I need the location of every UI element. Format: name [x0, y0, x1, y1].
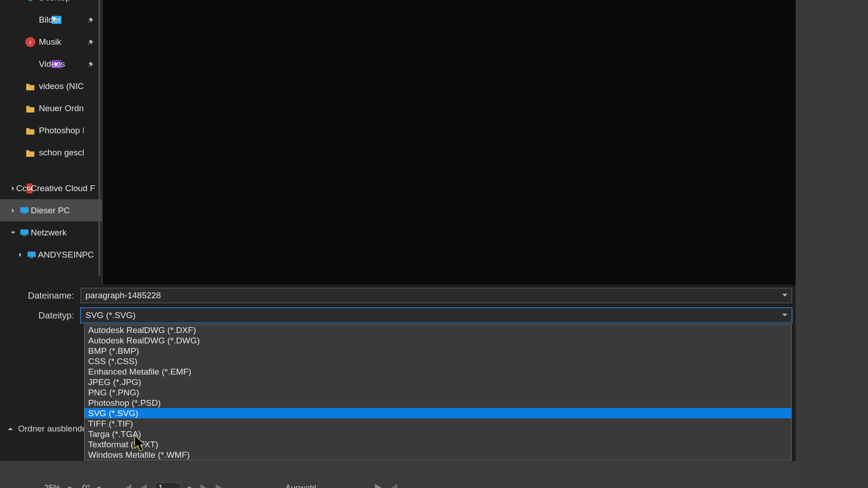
filename-input[interactable]: paragraph-1485228	[80, 288, 792, 303]
pin-icon[interactable]	[86, 61, 94, 68]
sidebar-item[interactable]: Bilder	[0, 9, 102, 31]
sidebar-item[interactable]: ♪Musik	[0, 31, 102, 53]
filetype-option[interactable]: Autodesk RealDWG (*.DWG)	[85, 335, 791, 346]
chevron-down-icon[interactable]	[8, 230, 18, 235]
filetype-option[interactable]: Photoshop (*.PSD)	[85, 398, 791, 408]
filetype-option[interactable]: PNG (*.PNG)	[85, 387, 791, 398]
filetype-value: SVG (*.SVG)	[85, 310, 136, 320]
dialog-bottom: Dateiname: paragraph-1485228 Dateityp: S…	[0, 285, 796, 326]
folder-icon	[25, 103, 35, 113]
filetype-option[interactable]: BMP (*.BMP)	[85, 346, 791, 356]
app-background-right	[796, 0, 868, 488]
filetype-combobox[interactable]: SVG (*.SVG)	[80, 308, 792, 323]
save-dialog: DesktopBilder♪MusikVideosvideos (NICHT F…	[0, 0, 796, 461]
monitor-icon	[18, 229, 31, 237]
filetype-option[interactable]: Autodesk RealDWG (*.DXF)	[85, 325, 791, 335]
filename-label: Dateiname:	[4, 291, 80, 301]
filetype-option[interactable]: Targa (*.TGA)	[85, 429, 791, 439]
last-page-button[interactable]	[215, 483, 225, 488]
sidebar-item-label: Photoshop Foto	[39, 126, 84, 136]
tree-item-label: Netzwerk	[31, 228, 102, 238]
selection-label: Auswahl	[285, 483, 316, 488]
tree-item-label: Dieser PC	[31, 206, 102, 216]
svg-rect-1	[28, 0, 32, 1]
filename-value: paragraph-1485228	[85, 291, 161, 300]
filetype-option[interactable]: Windows Metafile (*.WMF)	[85, 450, 791, 460]
tree-item[interactable]: Netzwerk	[0, 221, 102, 244]
filetype-dropdown[interactable]: Autodesk RealDWG (*.DXF)Autodesk RealDWG…	[84, 324, 792, 460]
sidebar-item-label: Desktop	[39, 0, 84, 3]
monitor-icon	[18, 206, 31, 215]
svg-rect-6	[28, 251, 36, 257]
filetype-option[interactable]: JPEG (*.JPG)	[85, 377, 791, 387]
filetype-option[interactable]: CSS (*.CSS)	[85, 356, 791, 366]
svg-rect-5	[23, 235, 26, 236]
page-input[interactable]: 1	[155, 483, 180, 488]
sidebar-item-label: Musik	[39, 37, 84, 47]
prev-page-button[interactable]	[139, 483, 149, 488]
chevron-down-icon	[187, 485, 192, 488]
filetype-option[interactable]: Textformat (*.TXT)	[85, 439, 791, 450]
app-root: DesktopBilder♪MusikVideosvideos (NICHT F…	[0, 0, 868, 488]
file-list-area[interactable]	[102, 0, 796, 285]
pin-icon[interactable]	[86, 38, 94, 46]
sidebar-item-label: Bilder	[39, 15, 84, 25]
filetype-label: Dateityp:	[4, 310, 80, 321]
sidebar-item-label: videos (NICHT F	[39, 81, 84, 91]
tree-item[interactable]: ANDYSEINPC	[0, 244, 102, 266]
sidebar-item-label: Neuer Ordner	[39, 103, 84, 113]
mus-icon: ♪	[25, 37, 35, 47]
tree-item[interactable]: CcCcCreative Cloud F	[0, 177, 102, 199]
zoom-control[interactable]: 25%	[41, 481, 72, 488]
filetype-row: Dateityp: SVG (*.SVG)	[4, 306, 792, 324]
hide-folders-label: Ordner ausblende	[18, 424, 87, 434]
sidebar-item-label: schon geschnitt	[39, 148, 84, 158]
rotation-control[interactable]: 0°	[79, 481, 102, 488]
pin-icon[interactable]	[86, 0, 94, 1]
svg-rect-7	[30, 257, 33, 258]
chevron-up-icon	[7, 426, 14, 432]
filetype-option[interactable]: Enhanced Metafile (*.EMF)	[85, 366, 791, 377]
page-value: 1	[158, 483, 163, 488]
folder-icon	[25, 81, 35, 91]
sidebar-item[interactable]: schon geschnitt	[0, 141, 102, 164]
chevron-down-icon[interactable]	[782, 291, 788, 300]
sidebar-item[interactable]: Videos	[0, 53, 102, 75]
prev-button[interactable]	[389, 483, 399, 488]
svg-rect-4	[20, 229, 28, 235]
chevron-right-icon[interactable]	[8, 208, 18, 213]
cc-icon: CcCc	[18, 183, 31, 193]
cursor-icon	[133, 435, 148, 453]
hide-folders-toggle[interactable]: Ordner ausblende	[7, 424, 87, 434]
chevron-right-icon[interactable]	[15, 252, 25, 258]
folder-icon	[25, 148, 35, 158]
svg-rect-2	[20, 207, 28, 212]
first-page-button[interactable]	[123, 483, 132, 488]
tree-item-label: ANDYSEINPC	[38, 250, 102, 260]
sidebar-item[interactable]: Desktop	[0, 0, 102, 9]
chevron-down-icon	[96, 485, 102, 488]
filetype-option[interactable]: SVG (*.SVG)	[85, 408, 791, 418]
zoom-value: 25%	[41, 483, 64, 488]
sidebar-item-label: Videos	[39, 59, 84, 69]
pin-icon[interactable]	[86, 16, 94, 23]
filename-row: Dateiname: paragraph-1485228	[4, 286, 792, 305]
tree-item[interactable]: Dieser PC	[0, 199, 102, 221]
sidebar-item[interactable]: Photoshop Foto	[0, 119, 102, 141]
folder-icon	[25, 126, 35, 136]
filetype-option[interactable]: TIFF (*.TIF)	[85, 418, 791, 429]
tree-item-label: Creative Cloud F	[31, 183, 102, 193]
status-bar: 25% 0° 1 Auswahl	[41, 479, 791, 488]
rotation-value: 0°	[79, 483, 94, 488]
next-page-button[interactable]	[198, 483, 208, 488]
monitor-icon	[25, 251, 38, 259]
sidebar-item[interactable]: Neuer Ordner	[0, 97, 102, 119]
chevron-down-icon[interactable]	[782, 310, 788, 320]
chevron-down-icon	[67, 485, 72, 488]
svg-rect-3	[23, 213, 26, 214]
sidebar-item[interactable]: videos (NICHT F	[0, 75, 102, 97]
monitor-icon	[25, 0, 35, 3]
play-button[interactable]	[373, 483, 383, 488]
